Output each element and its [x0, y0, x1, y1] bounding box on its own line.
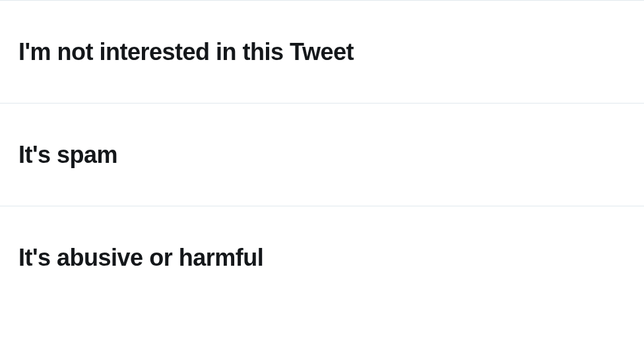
report-option-spam[interactable]: It's spam [0, 103, 644, 206]
report-option-label: I'm not interested in this Tweet [18, 38, 354, 65]
report-option-abusive[interactable]: It's abusive or harmful [0, 206, 644, 309]
report-options-list: I'm not interested in this Tweet It's sp… [0, 0, 644, 309]
report-option-label: It's abusive or harmful [18, 244, 263, 271]
report-option-not-interested[interactable]: I'm not interested in this Tweet [0, 0, 644, 103]
report-option-label: It's spam [18, 141, 117, 168]
